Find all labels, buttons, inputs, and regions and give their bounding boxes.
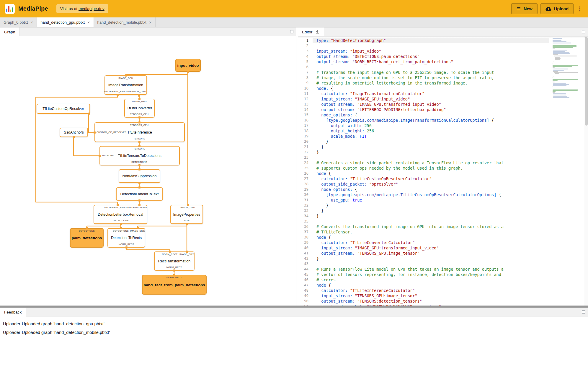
- line-number[interactable]: 4: [298, 54, 313, 59]
- code-line[interactable]: # resulting in potential letterboxing in…: [313, 80, 549, 86]
- graph-node-detection-label-id-to-text[interactable]: DetectionLabelIdToText: [116, 187, 163, 201]
- feedback-expand-icon[interactable]: [582, 310, 585, 314]
- line-number[interactable]: 39: [298, 240, 313, 245]
- line-number[interactable]: 24: [298, 160, 313, 165]
- editor-gutter[interactable]: 1234567891011121314151617181920212223242…: [298, 36, 313, 306]
- line-number[interactable]: 36: [298, 224, 313, 229]
- code-line[interactable]: output_stream: "NORM_RECT:hand_rect_from…: [313, 59, 549, 64]
- line-number[interactable]: 19: [298, 134, 313, 139]
- code-line[interactable]: # supports custom ops needed by the mode…: [313, 165, 549, 171]
- line-number[interactable]: 50: [298, 298, 313, 304]
- editor-code[interactable]: type: "HandDetectionSubgraph"input_strea…: [313, 36, 549, 306]
- code-line[interactable]: calculator: "ImageTransformationCalculat…: [313, 91, 549, 96]
- code-line[interactable]: }: [313, 144, 549, 150]
- code-line[interactable]: calculator: "TfLiteCustomOpResolverCalcu…: [313, 176, 549, 181]
- line-number[interactable]: 28: [298, 181, 313, 187]
- line-number[interactable]: 12: [298, 96, 313, 102]
- code-line[interactable]: [313, 219, 549, 224]
- new-button[interactable]: New: [511, 3, 538, 14]
- line-number[interactable]: 15: [298, 112, 313, 118]
- line-number[interactable]: 22: [298, 150, 313, 155]
- line-number[interactable]: 21: [298, 144, 313, 150]
- code-line[interactable]: [313, 155, 549, 160]
- code-line[interactable]: [313, 64, 549, 70]
- code-line[interactable]: input_stream: "TENSORS_GPU:image_tensor": [313, 293, 549, 298]
- line-number[interactable]: 20: [298, 139, 313, 144]
- scrollbar-thumb[interactable]: [585, 37, 588, 126]
- line-number[interactable]: 30: [298, 192, 313, 197]
- code-line[interactable]: # image, the scale_mode option is set to…: [313, 75, 549, 80]
- code-line[interactable]: }: [313, 139, 549, 144]
- code-line[interactable]: # Runs a TensorFlow Lite model on GPU th…: [313, 267, 549, 272]
- graph-expand-icon[interactable]: [290, 30, 293, 33]
- graph-node-input-video[interactable]: input_video: [175, 59, 201, 72]
- line-number[interactable]: 48: [298, 288, 313, 293]
- line-number[interactable]: 9: [298, 80, 313, 86]
- file-tab[interactable]: hand_detection_mobile.pbtxt×: [94, 17, 156, 27]
- panel-divider[interactable]: [0, 306, 588, 308]
- line-number[interactable]: 16: [298, 118, 313, 123]
- code-line[interactable]: [313, 261, 549, 267]
- tab-close-icon[interactable]: ×: [87, 20, 90, 25]
- mediapipe-link[interactable]: mediapipe.dev: [79, 7, 104, 11]
- kebab-menu-icon[interactable]: ⋮: [576, 4, 583, 13]
- line-number[interactable]: 34: [298, 213, 313, 219]
- code-line[interactable]: [type.googleapis.com/mediapipe.ImageTran…: [313, 118, 549, 123]
- file-tab[interactable]: Graph_0.pbtxt×: [0, 17, 37, 27]
- line-number[interactable]: 37: [298, 229, 313, 235]
- editor-minimap[interactable]: [553, 38, 583, 98]
- line-number[interactable]: 1: [298, 38, 313, 43]
- code-line[interactable]: }: [313, 213, 549, 219]
- line-number[interactable]: 25: [298, 165, 313, 171]
- code-line[interactable]: # Converts the transformed input image o…: [313, 224, 549, 229]
- tab-feedback[interactable]: Feedback: [0, 308, 26, 316]
- editor-scrollbar[interactable]: [584, 36, 588, 306]
- line-number[interactable]: 5: [298, 59, 313, 64]
- line-number[interactable]: 10: [298, 86, 313, 91]
- line-number[interactable]: 41: [298, 251, 313, 256]
- code-line[interactable]: output_stream: "DETECTIONS:palm_detectio…: [313, 54, 549, 59]
- line-number[interactable]: 27: [298, 176, 313, 181]
- code-line[interactable]: calculator: "TfLiteInferenceCalculator": [313, 288, 549, 293]
- code-line[interactable]: output_width: 256: [313, 123, 549, 128]
- line-number[interactable]: 42: [298, 256, 313, 261]
- code-line[interactable]: # Transforms the input image on GPU to a…: [313, 70, 549, 75]
- line-number[interactable]: 49: [298, 293, 313, 298]
- code-line[interactable]: output_height: 256: [313, 128, 549, 134]
- line-number[interactable]: 38: [298, 235, 313, 240]
- code-line[interactable]: output_stream: "IMAGE_GPU:transformed_in…: [313, 102, 549, 107]
- line-number[interactable]: 46: [298, 277, 313, 282]
- file-tab[interactable]: hand_detection_gpu.pbtxt×: [37, 17, 94, 27]
- line-number[interactable]: 45: [298, 272, 313, 277]
- code-line[interactable]: node: {: [313, 86, 549, 91]
- line-number[interactable]: 13: [298, 102, 313, 107]
- line-number[interactable]: 33: [298, 208, 313, 213]
- line-number[interactable]: 7: [298, 70, 313, 75]
- line-number[interactable]: 14: [298, 107, 313, 112]
- code-editor[interactable]: 1234567891011121314151617181920212223242…: [298, 36, 588, 306]
- graph-node-tflite-custom-op-resolver[interactable]: TfLiteCustomOpResolver: [37, 104, 90, 114]
- download-icon[interactable]: [315, 30, 320, 34]
- code-line[interactable]: }: [313, 203, 549, 208]
- tab-close-icon[interactable]: ×: [149, 20, 152, 25]
- tab-graph[interactable]: Graph: [0, 27, 20, 36]
- code-line[interactable]: node {: [313, 235, 549, 240]
- code-line[interactable]: [type.googleapis.com/mediapipe.TfLiteCus…: [313, 192, 549, 197]
- code-line[interactable]: type: "HandDetectionSubgraph": [313, 38, 549, 43]
- line-number[interactable]: 18: [298, 128, 313, 134]
- code-line[interactable]: [313, 43, 549, 48]
- code-line[interactable]: }: [313, 208, 549, 213]
- line-number[interactable]: 40: [298, 245, 313, 251]
- line-number[interactable]: 2: [298, 43, 313, 48]
- code-line[interactable]: output_side_packet: "opresolver": [313, 181, 549, 187]
- line-number[interactable]: 29: [298, 187, 313, 192]
- line-number[interactable]: 44: [298, 267, 313, 272]
- code-line[interactable]: input_stream: "IMAGE_GPU:transformed_inp…: [313, 245, 549, 251]
- line-number[interactable]: 32: [298, 203, 313, 208]
- code-line[interactable]: calculator: "TfLiteConverterCalculator": [313, 240, 549, 245]
- code-line[interactable]: output_stream: "TENSORS_GPU:image_tensor…: [313, 251, 549, 256]
- line-number[interactable]: 43: [298, 261, 313, 267]
- code-line[interactable]: node_options: {: [313, 187, 549, 192]
- code-line[interactable]: node {: [313, 282, 549, 288]
- code-line[interactable]: node_options: {: [313, 112, 549, 118]
